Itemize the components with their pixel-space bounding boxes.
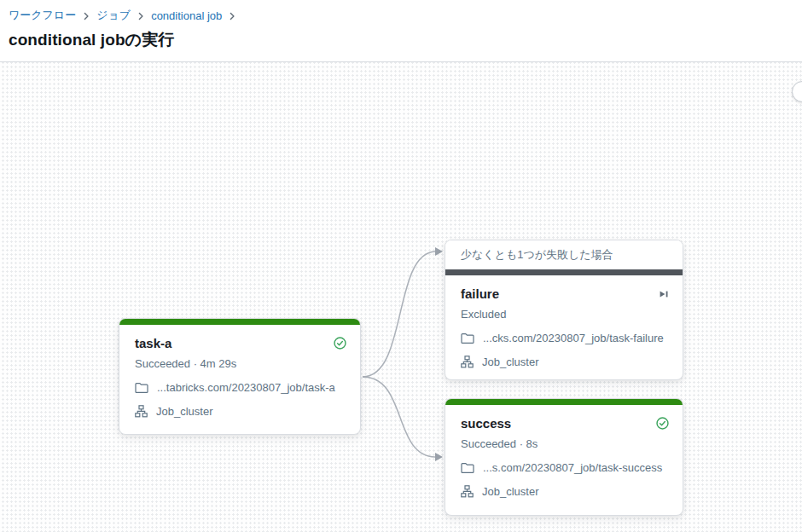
chevron-right-icon (82, 12, 90, 20)
cluster-icon (135, 405, 148, 418)
check-circle-icon (334, 337, 346, 350)
folder-icon (461, 332, 474, 344)
task-title: task-a (135, 336, 171, 350)
arrowhead-icon (435, 453, 443, 461)
folder-icon (135, 382, 148, 394)
status-bar-excluded (445, 269, 683, 275)
task-card-success[interactable]: success Succeeded · 8s ...s.com/20230807… (445, 398, 683, 516)
chevron-right-icon (228, 12, 236, 20)
cluster-icon (461, 485, 474, 498)
task-status: Succeeded · 4m 29s (135, 357, 346, 370)
edge-task-a-to-success (363, 377, 436, 457)
task-cluster-name: Job_cluster (156, 405, 212, 418)
folder-icon (461, 462, 474, 474)
dag-canvas[interactable]: task-a Succeeded · 4m 29s ...tabricks.co… (0, 62, 802, 532)
task-notebook-path: ...s.com/20230807_job/task-success (483, 461, 662, 474)
task-cluster-name: Job_cluster (482, 356, 538, 368)
breadcrumb: ワークフロー ジョブ conditional job (9, 8, 793, 23)
job-run-page: ワークフロー ジョブ conditional job conditional j… (0, 0, 802, 532)
chevron-right-icon (137, 12, 145, 20)
task-title: failure (461, 286, 499, 301)
breadcrumb-jobs-link[interactable]: ジョブ (96, 8, 131, 23)
cluster-icon (461, 356, 474, 368)
page-title: conditional jobの実行 (9, 29, 793, 51)
task-cluster-name: Job_cluster (482, 485, 538, 498)
task-card-failure[interactable]: 少なくとも1つが失敗した場合 failure Excluded ...cks.c… (445, 240, 683, 380)
task-condition-label: 少なくとも1つが失敗した場合 (445, 240, 683, 269)
edge-task-a-to-failure (363, 252, 436, 377)
canvas-control-button[interactable] (792, 81, 802, 102)
arrowhead-icon (435, 247, 443, 256)
task-notebook-path: ...cks.com/20230807_job/task-failure (483, 332, 664, 344)
page-header: ワークフロー ジョブ conditional job conditional j… (0, 0, 802, 61)
status-bar-succeeded (445, 399, 683, 405)
task-card-task-a[interactable]: task-a Succeeded · 4m 29s ...tabricks.co… (119, 318, 361, 435)
status-bar-succeeded (119, 319, 360, 325)
check-circle-icon (656, 417, 669, 430)
breadcrumb-job-link[interactable]: conditional job (151, 9, 222, 22)
task-notebook-path: ...tabricks.com/20230807_job/task-a (157, 381, 335, 394)
task-title: success (461, 416, 511, 431)
task-status: Succeeded · 8s (461, 437, 669, 450)
breadcrumb-workflows-link[interactable]: ワークフロー (9, 8, 76, 23)
task-status: Excluded (461, 308, 669, 321)
skip-icon (659, 289, 669, 299)
